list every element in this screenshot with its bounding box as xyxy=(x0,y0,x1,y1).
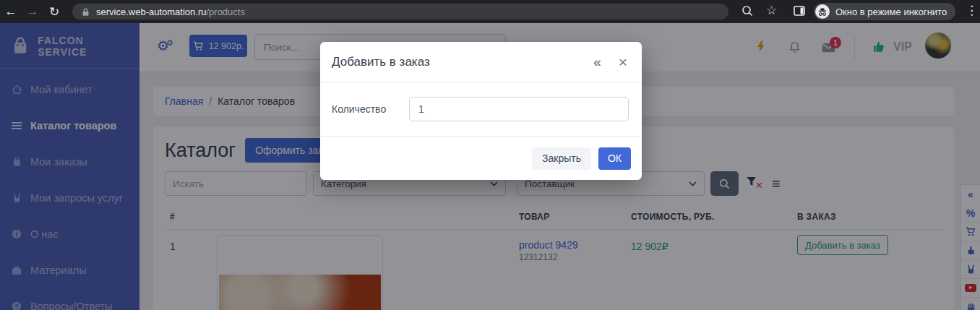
browser-menu-icon[interactable]: ⋮ xyxy=(966,3,978,18)
modal-title: Добавить в заказ xyxy=(332,55,430,69)
url-bar[interactable]: service.web-automation.ru/products xyxy=(72,4,728,20)
quantity-label: Количество xyxy=(332,103,409,115)
incognito-icon xyxy=(815,4,830,19)
zoom-icon[interactable] xyxy=(741,4,754,17)
side-panel-icon[interactable] xyxy=(794,6,805,16)
browser-chrome: ← → ↻ service.web-automation.ru/products… xyxy=(0,0,980,23)
incognito-badge: Окно в режиме инкогнито xyxy=(814,3,955,20)
bookmark-star-icon[interactable]: ☆ xyxy=(766,3,777,18)
incognito-label: Окно в режиме инкогнито xyxy=(835,7,947,17)
url-host: service.web-automation.ru xyxy=(96,7,206,17)
quantity-input[interactable] xyxy=(409,97,629,121)
back-icon[interactable]: ← xyxy=(0,4,22,19)
add-to-order-modal: Добавить в заказ « × Количество Закрыть … xyxy=(320,42,642,180)
modal-ok-button[interactable]: ОК xyxy=(598,147,631,170)
modal-close-button[interactable]: Закрыть xyxy=(532,147,591,170)
url-path: /products xyxy=(206,7,244,17)
modal-collapse-icon[interactable]: « xyxy=(593,54,601,70)
modal-close-icon[interactable]: × xyxy=(619,54,627,69)
reload-icon[interactable]: ↻ xyxy=(43,4,65,20)
lock-icon xyxy=(81,7,90,17)
forward-icon[interactable]: → xyxy=(22,4,43,19)
